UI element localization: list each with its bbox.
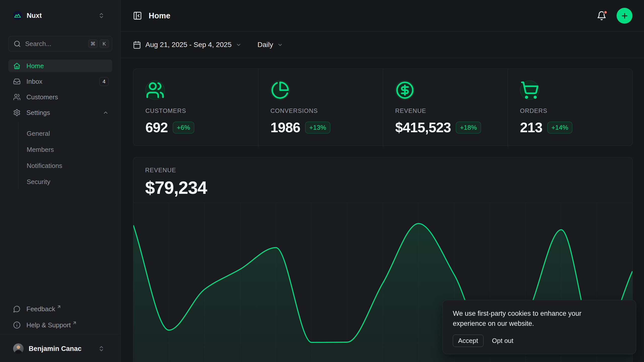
stat-delta-badge: +18% xyxy=(456,122,481,133)
sidebar-item-home[interactable]: Home xyxy=(8,60,112,72)
sidebar-item-settings[interactable]: Settings xyxy=(8,106,112,119)
stat-label: CUSTOMERS xyxy=(145,107,246,114)
cart-icon xyxy=(520,80,539,100)
nuxt-logo-icon xyxy=(13,11,22,20)
sidebar-item-customers[interactable]: Customers xyxy=(8,91,112,103)
sidebar-item-help-support[interactable]: Help & Support xyxy=(8,319,112,331)
sidebar-item-general[interactable]: General xyxy=(27,128,112,139)
inbox-count-badge: 4 xyxy=(99,77,109,86)
stat-value: 213 xyxy=(520,119,542,135)
user-menu[interactable]: Benjamin Canac xyxy=(8,334,112,362)
external-link-icon xyxy=(72,321,77,325)
stat-delta-badge: +6% xyxy=(173,122,194,133)
info-icon xyxy=(13,321,21,329)
chevron-down-icon xyxy=(277,42,283,48)
sidebar: Nuxt Search... ⌘ K Home Inbox 4 Cust xyxy=(0,0,121,362)
stat-label: ORDERS xyxy=(520,107,620,114)
gear-icon xyxy=(13,109,21,116)
stat-label: REVENUE xyxy=(395,107,496,114)
notification-dot xyxy=(603,10,608,14)
sidebar-footer: Feedback Help & Support xyxy=(8,303,112,334)
stat-delta-badge: +14% xyxy=(547,122,572,133)
search-input[interactable]: Search... ⌘ K xyxy=(8,36,112,52)
page-title: Home xyxy=(149,11,170,20)
stats-cards: CUSTOMERS 692 +6% CONVERSIONS 1986 +13% xyxy=(133,69,633,146)
sidebar-nav: Home Inbox 4 Customers Settings General … xyxy=(8,60,112,189)
sidebar-item-members[interactable]: Members xyxy=(27,144,112,155)
sidebar-item-security[interactable]: Security xyxy=(27,176,112,187)
chat-bubble-icon xyxy=(13,305,21,313)
calendar-icon xyxy=(133,41,141,49)
search-icon xyxy=(14,40,21,48)
user-name: Benjamin Canac xyxy=(29,345,82,353)
home-icon xyxy=(13,62,21,70)
interval-select[interactable]: Daily xyxy=(258,41,283,49)
cookie-banner: We use first-party cookies to enhance yo… xyxy=(442,300,636,354)
workspace-name: Nuxt xyxy=(27,12,42,20)
avatar xyxy=(13,343,24,354)
chevron-down-icon xyxy=(236,42,242,48)
sidebar-item-inbox[interactable]: Inbox 4 xyxy=(8,75,112,88)
chevrons-up-down-icon xyxy=(98,12,105,19)
search-shortcut: ⌘ K xyxy=(88,39,109,48)
chevron-up-icon xyxy=(103,110,109,116)
sidebar-item-notifications[interactable]: Notifications xyxy=(27,160,112,171)
external-link-icon xyxy=(57,304,61,309)
cookie-message: We use first-party cookies to enhance yo… xyxy=(453,308,614,329)
sidebar-item-label: Settings xyxy=(26,109,50,117)
filters-toolbar: Aug 21, 2025 - Sep 4, 2025 Daily xyxy=(121,32,644,58)
sidebar-item-label: Home xyxy=(26,62,44,70)
sidebar-item-label: Feedback xyxy=(26,305,55,313)
sidebar-item-feedback[interactable]: Feedback xyxy=(8,303,112,315)
chevrons-up-down-icon xyxy=(98,345,105,352)
stat-orders[interactable]: ORDERS 213 +14% xyxy=(508,69,632,147)
stat-delta-badge: +13% xyxy=(305,122,330,133)
revenue-chart-total: $79,234 xyxy=(145,178,621,198)
stat-label: CONVERSIONS xyxy=(270,107,371,114)
stat-value: $415,523 xyxy=(395,119,451,135)
page-header: Home xyxy=(121,0,644,32)
sidebar-item-label: Inbox xyxy=(26,78,43,85)
stat-revenue[interactable]: REVENUE $415,523 +18% xyxy=(383,69,508,147)
dollar-circle-icon xyxy=(395,80,415,100)
date-range-label: Aug 21, 2025 - Sep 4, 2025 xyxy=(145,41,232,49)
stat-value: 692 xyxy=(145,119,168,135)
accept-button[interactable]: Accept xyxy=(453,335,484,347)
revenue-chart-label: REVENUE xyxy=(145,167,621,174)
date-range-picker[interactable]: Aug 21, 2025 - Sep 4, 2025 xyxy=(133,41,242,49)
sidebar-item-label: Customers xyxy=(26,93,58,101)
sidebar-item-label: Help & Support xyxy=(26,321,71,329)
workspace-switcher[interactable]: Nuxt xyxy=(8,8,112,24)
stat-value: 1986 xyxy=(270,119,300,135)
collapse-sidebar-icon[interactable] xyxy=(133,11,142,20)
kbd-command: ⌘ xyxy=(88,39,98,48)
users-icon xyxy=(145,80,165,100)
inbox-icon xyxy=(13,78,21,85)
users-icon xyxy=(13,93,21,101)
search-placeholder: Search... xyxy=(25,40,51,48)
add-button[interactable] xyxy=(617,8,632,24)
stat-conversions[interactable]: CONVERSIONS 1986 +13% xyxy=(258,69,383,147)
opt-out-button[interactable]: Opt out xyxy=(492,337,513,345)
pie-chart-icon xyxy=(270,80,290,100)
kbd-k: K xyxy=(100,39,109,48)
notifications-bell-button[interactable] xyxy=(597,11,607,21)
settings-subnav: General Members Notifications Security xyxy=(18,122,112,189)
interval-label: Daily xyxy=(258,41,273,49)
stat-customers[interactable]: CUSTOMERS 692 +6% xyxy=(133,69,258,147)
